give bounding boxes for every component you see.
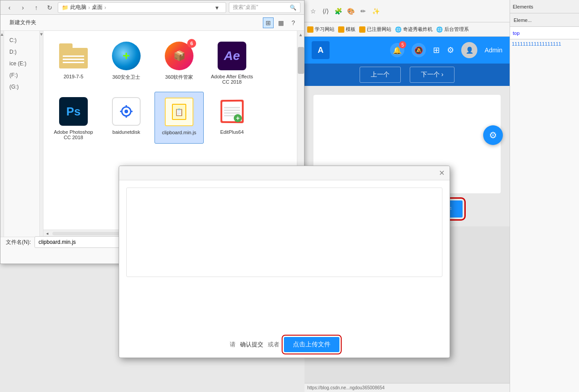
editplus-line — [224, 109, 240, 111]
file-item-ps[interactable]: Ps Adobe Photoshop CC 2018 — [49, 92, 98, 144]
fe-address-dropdown[interactable]: ▾ — [211, 2, 222, 13]
bookmark-learning[interactable]: 学习网站 — [307, 26, 335, 33]
bookmark-template-label: 模板 — [346, 26, 356, 33]
file-label-baidu: baidunetdisk — [112, 129, 140, 135]
dialog-upload-button[interactable]: 点击上传文件 — [284, 337, 339, 352]
bookmark-template[interactable]: 模板 — [338, 26, 356, 33]
editplus-line — [224, 112, 240, 113]
file-icon-2019 — [57, 40, 90, 72]
devtools-node-text: 111111111111111111 — [512, 41, 561, 47]
fe-search-placeholder: 搜索"桌面" — [233, 4, 258, 11]
vscroll-up-arrow[interactable]: ▲ — [297, 31, 304, 38]
color-picker-icon[interactable]: 🎨 — [346, 6, 356, 16]
icon-adobe-ps: Ps — [59, 97, 88, 126]
badge-360soft: 6 — [187, 39, 196, 48]
file-item-360sec[interactable]: + 360安全卫士 — [102, 36, 151, 88]
icon-baidu-disk — [112, 97, 141, 126]
file-label-ps: Adobe Photoshop CC 2018 — [52, 129, 94, 140]
fe-sidebar-scroll-left: ▲ — [0, 31, 4, 237]
admin-avatar: 👤 — [461, 42, 477, 58]
dialog-confirm-button[interactable]: 确认提交 — [240, 341, 263, 349]
icon-360-glyph: 📦 — [173, 50, 185, 62]
fe-address-computer: 📁 — [62, 4, 69, 11]
sidebar-item-g[interactable]: (G:) — [4, 81, 39, 93]
folder-line-1 — [63, 55, 84, 57]
devtools-tab-elements[interactable]: Eleme... — [514, 17, 532, 23]
prev-nav-button[interactable]: 上一个 — [360, 67, 401, 83]
dialog-footer-text1: 请 — [230, 341, 236, 349]
bookmark-admin-label: 后台管理系 — [444, 26, 469, 33]
fe-view-grid-button[interactable]: ⊞ — [263, 17, 274, 28]
file-item-2019[interactable]: 2019-7-5 — [49, 36, 98, 88]
file-item-clipboard[interactable]: 📋 clipboard.min.js — [154, 92, 204, 144]
file-label-2019: 2019-7-5 — [64, 74, 83, 79]
devtools-node-content[interactable]: 111111111111111111 — [510, 39, 579, 392]
gear-float-button[interactable]: ⚙ — [483, 125, 503, 145]
bookmark-icon — [338, 26, 344, 33]
file-item-ae[interactable]: Ae Adobe After Effects CC 2018 — [207, 36, 257, 88]
fe-files-grid: 2019-7-5 + 360安全卫士 — [43, 31, 297, 149]
fe-back-button[interactable]: ‹ — [4, 2, 15, 13]
bookmark-registered[interactable]: 已注册网站 — [359, 26, 391, 33]
folder-lines — [63, 55, 84, 65]
icon-360-security: + — [112, 42, 141, 70]
status-bar: https://blog.csdn.ne...ngdou365008654 — [305, 383, 510, 392]
fe-address-bar[interactable]: 📁 此电脑 › 桌面 › ▾ — [58, 2, 226, 13]
file-item-editplus[interactable]: + EditPlus64 — [207, 92, 257, 144]
file-icon-clipboard: 📋 — [163, 96, 195, 128]
fe-help-button[interactable]: ? — [288, 17, 299, 28]
devtools-brackets-icon[interactable]: ⟨/⟩ — [321, 6, 330, 16]
magic-icon[interactable]: ✨ — [371, 6, 381, 16]
dialog-close-button[interactable]: ✕ — [437, 169, 446, 178]
pen-icon[interactable]: ✏ — [358, 6, 368, 16]
sidebar-item-d[interactable]: D:) — [4, 46, 39, 58]
dialog-body — [119, 180, 450, 332]
filename-label: 文件名(N): — [6, 239, 31, 246]
file-explorer-titlebar: ‹ › ↑ ↻ 📁 此电脑 › 桌面 › ▾ 搜索"桌面" 🔍 — [0, 0, 304, 15]
editplus-notebook: + — [220, 100, 244, 124]
folder-icon — [59, 43, 88, 68]
admin-logo-area: A — [312, 41, 385, 59]
bookmark-admin[interactable]: 🌐 后台管理系 — [436, 26, 469, 33]
alert-bell-btn[interactable]: 🔕 — [412, 43, 426, 57]
file-item-baidu[interactable]: baidunetdisk — [102, 92, 151, 144]
fe-refresh-button[interactable]: ↻ — [44, 2, 55, 13]
fe-up-button[interactable]: ↑ — [31, 2, 42, 13]
dialog-textarea[interactable] — [126, 187, 442, 277]
fe-forward-button[interactable]: › — [17, 2, 28, 13]
fe-search-bar[interactable]: 搜索"桌面" 🔍 — [229, 2, 300, 13]
file-label-ae: Adobe After Effects CC 2018 — [211, 74, 253, 85]
devtools-tab-label[interactable]: Elements — [513, 4, 533, 9]
bookmark-star-icon[interactable]: ☆ — [308, 6, 318, 16]
admin-logo-text: A — [318, 46, 324, 55]
sidebar-item-e[interactable]: ice (E:) — [4, 58, 39, 69]
file-icon-360soft: 📦 6 — [163, 40, 195, 72]
bookmark-qiji[interactable]: 🌐 奇迹秀羲炸机 — [395, 26, 433, 33]
icon-js-file: 📋 — [165, 98, 193, 126]
fe-address-sep2: › — [104, 4, 106, 11]
devtools-panel: Elements Eleme... top 111111111111111111 — [510, 0, 579, 392]
editplus-line — [224, 107, 240, 108]
sidebar-item-c[interactable]: C:) — [4, 34, 39, 46]
file-icon-editplus: + — [216, 95, 248, 128]
sidebar-item-f[interactable]: (F:) — [4, 69, 39, 81]
file-item-360soft[interactable]: 📦 6 360软件管家 — [154, 36, 204, 88]
fe-new-folder-button[interactable]: 新建文件夹 — [6, 17, 40, 28]
file-label-360soft: 360软件管家 — [165, 74, 193, 81]
bookmark-qiji-label: 奇迹秀羲炸机 — [403, 26, 433, 33]
fe-sidebar-scroll-down[interactable]: ▼ — [39, 32, 44, 37]
devtools-top-input[interactable]: top — [510, 27, 579, 39]
vscroll-thumb[interactable] — [298, 47, 304, 74]
folder-line-2 — [63, 59, 84, 60]
next-nav-button[interactable]: 下一个 › — [410, 67, 455, 83]
notification-badge: 5 — [399, 41, 406, 48]
dialog-titlebar: ✕ — [119, 166, 450, 180]
settings-gear-icon[interactable]: ⚙ — [447, 45, 454, 55]
notification-bell-btn[interactable]: 🔔 5 — [390, 43, 404, 57]
grid-icon[interactable]: ⊞ — [433, 45, 440, 55]
hscroll-left-arrow[interactable]: ◂ — [43, 230, 51, 237]
fe-search-icon: 🔍 — [290, 4, 296, 11]
fe-toolbar: 新建文件夹 ⊞ ▦ ? — [0, 15, 304, 31]
fe-view-panel-button[interactable]: ▦ — [275, 17, 286, 28]
extension-icon[interactable]: 🧩 — [333, 6, 343, 16]
